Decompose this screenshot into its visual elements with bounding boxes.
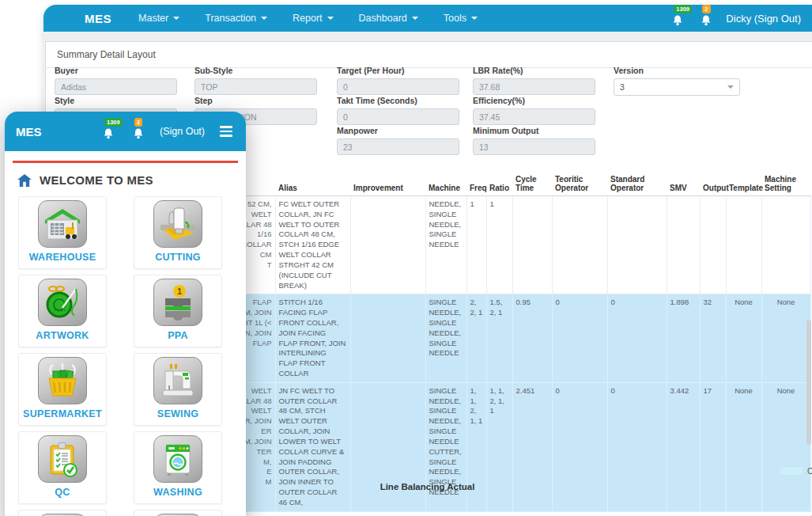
overlay-navbar: MES 1309 2 (Sign Out) (5, 112, 246, 151)
tile-partial-right[interactable] (134, 510, 222, 516)
cell-smv (667, 196, 700, 294)
tile-cutting[interactable]: CUTTING (134, 196, 222, 269)
cell-empty (761, 511, 810, 516)
warehouse-icon (38, 200, 87, 248)
efficiency-label: Efficiency(%) (473, 96, 595, 105)
cell-teoritic: 0 (552, 294, 607, 383)
tile-washing[interactable]: WASHING (134, 431, 222, 504)
cell-standard: 0 (607, 294, 667, 383)
tile-label: ARTWORK (36, 330, 89, 341)
cell-ratio: 1, 1, 2, 1, 1 (486, 382, 512, 511)
minimum-output-input[interactable] (473, 138, 595, 155)
cell-empty (486, 511, 512, 516)
cell-smv: 1.898 (667, 294, 700, 383)
overlay-notification-bell-2[interactable]: 2 (130, 123, 147, 140)
version-select[interactable]: 3 (614, 78, 740, 96)
tile-label: WASHING (153, 487, 202, 498)
notification-bell-1[interactable]: 1309 (669, 9, 686, 27)
mobile-overlay-window: MES 1309 2 (Sign Out) WELCOME TO MES (5, 112, 246, 516)
cutting-machine-icon (153, 200, 202, 248)
cell-ratio: 1 (486, 196, 512, 294)
tile-qc[interactable]: QC (18, 431, 107, 504)
overlay-navbar-right: 1309 2 (Sign Out) (100, 123, 235, 140)
cell-teoritic (552, 196, 607, 294)
col-machine: Machine (425, 172, 466, 196)
col-machine-setting: Machine Setting (761, 172, 810, 196)
field-efficiency: Efficiency(%) (473, 96, 595, 125)
table-total-row: Total 34.080 0 0 39.757 (200, 511, 810, 516)
col-smv: SMV (667, 172, 700, 196)
takt-time-input[interactable] (337, 108, 459, 125)
chevron-down-icon (261, 17, 267, 20)
tile-warehouse[interactable]: WAREHOUSE (18, 196, 107, 269)
cell-improvement (350, 382, 425, 511)
svg-text:1: 1 (177, 286, 182, 296)
notification-count-badge: 1309 (674, 5, 692, 13)
tile-label: WAREHOUSE (29, 252, 96, 263)
bell-icon (102, 127, 115, 140)
cell-alias: FC WELT OUTER COLLAR, JN FC WELT TO OUTE… (275, 196, 350, 294)
alert-count-badge: 2 (702, 5, 710, 13)
notification-bell-2[interactable]: 2 (697, 9, 715, 27)
col-template: Template (726, 172, 761, 196)
tile-label: QC (55, 487, 70, 498)
cell-standard (607, 196, 667, 294)
cell-output: 32 (700, 294, 726, 383)
cell-alias: JN FC WELT TO OUTER COLLAR 48 CM, STCH W… (275, 382, 350, 511)
nav-item-master[interactable]: Master (129, 8, 189, 28)
user-sign-out-link[interactable]: Dicky (Sign Out) (726, 13, 801, 25)
cell-teoritic: 0 (552, 382, 607, 511)
table-header-row: Alias Improvement Machine Freq Ratio Cyc… (200, 172, 810, 196)
cell-empty (726, 511, 761, 516)
sewing-machine-icon (153, 357, 202, 404)
nav-item-transaction[interactable]: Transaction (195, 8, 277, 28)
tile-ppa[interactable]: 1 PPA (134, 275, 222, 347)
lbr-rate-label: LBR Rate(%) (473, 66, 595, 75)
overlay-notification-bell-1[interactable]: 1309 (100, 123, 117, 140)
welcome-title: WELCOME TO MES (40, 173, 153, 187)
cell-template: None (726, 294, 761, 383)
total-smv: 39.757 (667, 511, 700, 516)
table-row[interactable]: R 52 CM, WELT OLLAR 48 1/16 COLLAR CM T … (200, 196, 810, 294)
tile-supermarket[interactable]: SUPERMARKET (18, 353, 107, 426)
lbr-rate-input[interactable] (473, 78, 595, 95)
top-navbar: MES Master Transaction Report Dashboard … (43, 5, 812, 32)
operations-table: Alias Improvement Machine Freq Ratio Cyc… (200, 172, 811, 516)
chevron-down-icon (327, 17, 334, 20)
legend-swatch (780, 466, 803, 476)
manpower-input[interactable] (337, 138, 459, 155)
tile-partial-left[interactable] (18, 510, 107, 516)
legend-label: Chan (807, 467, 812, 476)
col-output: Output (700, 172, 726, 196)
total-cycle-time: 34.080 (512, 511, 552, 516)
vertical-scrollbar[interactable] (806, 320, 811, 445)
buyer-input[interactable] (55, 78, 177, 95)
overlay-brand: MES (16, 125, 42, 138)
hamburger-menu-icon[interactable] (217, 123, 235, 139)
col-cycle-time: Cycle Time (512, 172, 552, 196)
tile-sewing[interactable]: SEWING (134, 353, 222, 426)
target-input[interactable] (337, 78, 459, 95)
version-label: Version (614, 66, 736, 75)
cell-output (700, 196, 726, 294)
bell-icon (132, 127, 145, 140)
target-label: Target (Per Hour) (337, 66, 459, 75)
table-row-highlighted[interactable]: WELT OLLAR 48 WELT AR, JOIN ER CM, JOIN … (200, 382, 810, 511)
total-standard: 0 (607, 511, 667, 516)
efficiency-input[interactable] (473, 108, 595, 125)
field-version: Version 3 (614, 66, 736, 96)
table-row-highlighted[interactable]: FLAP M, JOIN GHT 1L (< N, JOIN FLAP STIT… (200, 294, 810, 383)
cell-template (726, 196, 761, 294)
clipboard-check-icon (38, 435, 87, 483)
field-lbr-rate: LBR Rate(%) (473, 66, 595, 95)
sub-style-input[interactable] (195, 78, 317, 95)
tile-artwork[interactable]: ARTWORK (18, 275, 107, 347)
cell-machine: NEEDLE, SINGLE NEEDLE, SINGLE NEEDLE (425, 196, 466, 294)
nav-item-dashboard[interactable]: Dashboard (349, 8, 428, 28)
style-label: Style (55, 96, 177, 105)
nav-item-tools[interactable]: Tools (434, 8, 487, 28)
overlay-sign-out-link[interactable]: (Sign Out) (160, 126, 205, 137)
nav-item-report[interactable]: Report (283, 8, 343, 28)
cell-freq: 1, 1, 2, 1, 1 (466, 382, 486, 511)
cell-smv: 3.442 (667, 382, 700, 511)
